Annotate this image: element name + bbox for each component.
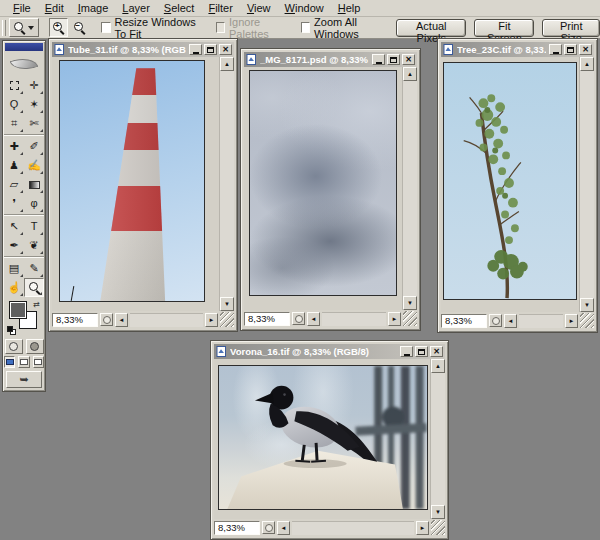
zoom-level-field[interactable]: 8,33% (52, 313, 98, 327)
tool-notes[interactable]: ▤ (4, 259, 24, 278)
menu-file[interactable]: File (6, 1, 38, 16)
menu-layer[interactable]: Layer (115, 1, 157, 16)
scroll-right-button[interactable]: ► (205, 313, 218, 327)
fullscreen-with-menu-button[interactable] (18, 356, 29, 368)
scroll-left-button[interactable]: ◄ (504, 314, 517, 328)
window-titlebar[interactable]: Tube_31.tif @ 8,33% (RGB... ✕ (52, 42, 234, 57)
scroll-right-button[interactable]: ► (388, 312, 401, 326)
resize-grip[interactable] (580, 313, 594, 328)
fullscreen-mode-button[interactable] (33, 356, 44, 368)
vertical-scrollbar[interactable]: ▲ ▼ (219, 57, 234, 311)
tool-pen[interactable]: ✒ (4, 236, 24, 255)
tool-lasso[interactable]: Ϙ (4, 95, 24, 114)
close-button[interactable]: ✕ (219, 44, 232, 55)
tool-custom-shape[interactable]: ❦ (24, 236, 44, 255)
status-menu-button[interactable] (489, 314, 502, 327)
window-titlebar[interactable]: Tree_23C.tif @ 8,33... ✕ (441, 42, 594, 57)
tool-crop[interactable]: ⌗ (4, 114, 24, 133)
window-titlebar[interactable]: _MG_8171.psd @ 8,33% (... ✕ (244, 52, 417, 67)
standard-screen-mode-button[interactable] (4, 356, 15, 368)
zoom-level-field[interactable]: 8,33% (244, 312, 290, 326)
scroll-left-button[interactable]: ◄ (307, 312, 320, 326)
horizontal-scrollbar-track[interactable] (322, 312, 386, 326)
vertical-scrollbar[interactable]: ▲ ▼ (402, 67, 417, 310)
tool-healing-brush[interactable]: ✚ (4, 137, 24, 156)
scroll-down-button[interactable]: ▼ (431, 505, 445, 519)
tool-preset-button[interactable] (9, 18, 40, 37)
horizontal-scrollbar-track[interactable] (130, 313, 203, 327)
maximize-button[interactable] (564, 44, 577, 55)
close-button[interactable]: ✕ (579, 44, 592, 55)
tool-gradient[interactable] (24, 175, 44, 194)
menu-window[interactable]: Window (278, 1, 331, 16)
scroll-down-button[interactable]: ▼ (403, 296, 417, 310)
checkbox-box[interactable] (301, 22, 310, 33)
scroll-right-button[interactable]: ► (565, 314, 578, 328)
menu-view[interactable]: View (240, 1, 278, 16)
menu-help[interactable]: Help (331, 1, 368, 16)
actual-pixels-button[interactable]: Actual Pixels (396, 19, 466, 37)
scroll-left-button[interactable]: ◄ (115, 313, 128, 327)
maximize-button[interactable] (387, 54, 400, 65)
standard-mode-button[interactable] (5, 339, 23, 354)
maximize-button[interactable] (415, 346, 428, 357)
tool-blur[interactable]: ❜ (4, 194, 24, 213)
vertical-scrollbar[interactable]: ▲ ▼ (579, 57, 594, 312)
scroll-down-button[interactable]: ▼ (580, 298, 594, 312)
scroll-up-button[interactable]: ▲ (403, 67, 417, 81)
checkbox-box[interactable] (101, 22, 110, 33)
checkbox-zoom-all-windows[interactable]: Zoom All Windows (301, 16, 385, 40)
options-bar-gripper[interactable] (2, 20, 6, 36)
status-menu-button[interactable] (262, 521, 275, 534)
status-menu-button[interactable] (100, 313, 113, 326)
close-button[interactable]: ✕ (430, 346, 443, 357)
tool-move[interactable]: ✛ (24, 76, 44, 95)
window-titlebar[interactable]: Vorona_16.tif @ 8,33% (RGB/8) ✕ (214, 344, 445, 359)
tool-clone-stamp[interactable]: ♟ (4, 156, 24, 175)
horizontal-scrollbar-track[interactable] (292, 521, 414, 535)
resize-grip[interactable] (431, 520, 445, 535)
tool-history-brush[interactable]: ✍ (24, 156, 44, 175)
scroll-left-button[interactable]: ◄ (277, 521, 290, 535)
tool-hand[interactable]: ☝ (4, 278, 24, 297)
quick-mask-mode-button[interactable] (26, 339, 44, 354)
print-size-button[interactable]: Print Size (542, 19, 600, 37)
status-menu-button[interactable] (292, 312, 305, 325)
edit-in-imageready-button[interactable]: ➥ (6, 371, 42, 388)
fit-screen-button[interactable]: Fit Screen (474, 19, 534, 37)
vertical-scrollbar[interactable]: ▲ ▼ (430, 359, 445, 519)
menu-select[interactable]: Select (157, 1, 202, 16)
checkbox-resize-windows-to-fit[interactable]: Resize Windows To Fit (101, 16, 202, 40)
foreground-color-swatch[interactable] (10, 302, 26, 318)
tool-slice[interactable]: ✄ (24, 114, 44, 133)
zoom-level-field[interactable]: 8,33% (214, 521, 260, 535)
scroll-right-button[interactable]: ► (416, 521, 429, 535)
scroll-up-button[interactable]: ▲ (580, 57, 594, 71)
toolbox-drag-handle[interactable] (5, 43, 43, 51)
tool-eyedropper[interactable]: ✎ (24, 259, 44, 278)
minimize-button[interactable] (400, 346, 413, 357)
resize-grip[interactable] (403, 311, 417, 326)
tool-type[interactable]: T (24, 217, 44, 236)
zoom-out-mode-button[interactable]: − (70, 18, 88, 37)
default-colors-icon[interactable] (7, 326, 17, 335)
minimize-button[interactable] (372, 54, 385, 65)
minimize-button[interactable] (189, 44, 202, 55)
photoshop-logo[interactable] (4, 53, 44, 75)
tool-rectangular-marquee[interactable] (4, 76, 24, 95)
tool-dodge[interactable]: φ (24, 194, 44, 213)
tool-zoom[interactable] (24, 278, 44, 297)
zoom-level-field[interactable]: 8,33% (441, 314, 487, 328)
zoom-in-mode-button[interactable]: + (49, 18, 68, 37)
scroll-down-button[interactable]: ▼ (220, 297, 234, 311)
minimize-button[interactable] (549, 44, 562, 55)
tool-eraser[interactable]: ▱ (4, 175, 24, 194)
maximize-button[interactable] (204, 44, 217, 55)
menu-image[interactable]: Image (71, 1, 116, 16)
menu-edit[interactable]: Edit (38, 1, 71, 16)
scroll-up-button[interactable]: ▲ (220, 57, 234, 71)
horizontal-scrollbar-track[interactable] (519, 314, 563, 328)
swap-colors-icon[interactable]: ⇄ (33, 300, 40, 309)
resize-grip[interactable] (220, 312, 234, 327)
menu-filter[interactable]: Filter (201, 1, 239, 16)
